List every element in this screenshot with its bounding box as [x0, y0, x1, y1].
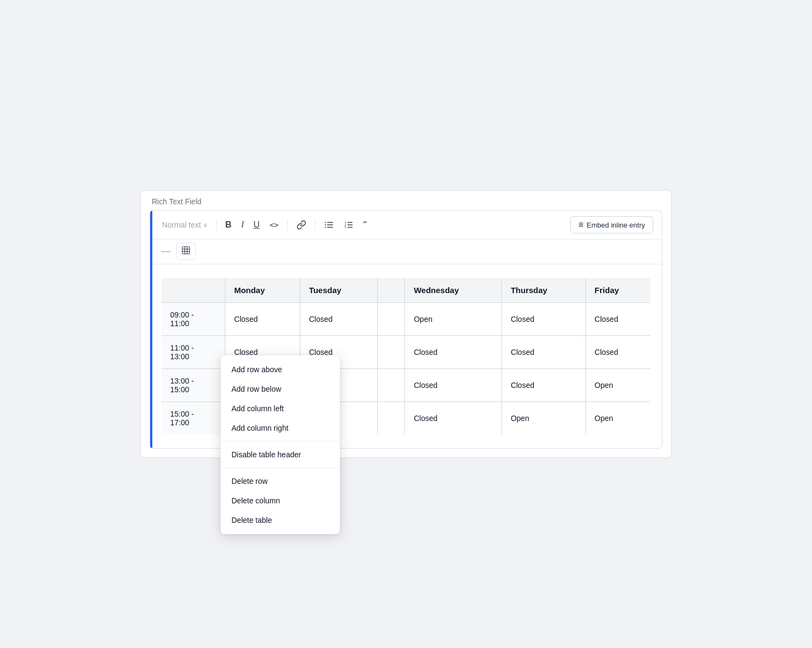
context-menu-delete-column[interactable]: Delete column — [221, 491, 340, 510]
context-menu-add-column-left[interactable]: Add column left — [221, 399, 340, 418]
col4-cell-4 — [377, 402, 405, 435]
editor-content: Monday Tuesday Wednesday Thursday Friday… — [150, 264, 662, 448]
svg-point-5 — [325, 226, 326, 228]
table-header-wednesday: Wednesday — [405, 278, 502, 303]
time-cell: 13:00 -15:00 — [162, 369, 225, 402]
table-header-empty — [162, 278, 225, 303]
wednesday-cell-3: Closed — [405, 369, 502, 402]
svg-rect-12 — [182, 247, 190, 254]
context-menu-separator-2 — [221, 468, 340, 468]
toolbar-row1: Normal text ∨ B I U <> — [150, 211, 662, 239]
toolbar-row2: — — [150, 239, 662, 264]
divider-2 — [287, 219, 288, 230]
code-button[interactable]: <> — [266, 218, 282, 231]
table-header-friday: Friday — [585, 278, 650, 303]
context-menu: Add row above Add row below Add column l… — [221, 355, 340, 534]
underline-button[interactable]: U — [250, 218, 263, 232]
context-menu-add-row-below[interactable]: Add row below — [221, 379, 340, 399]
friday-cell-4: Open — [585, 402, 650, 435]
insert-table-button[interactable] — [176, 243, 196, 260]
table-header-row: Monday Tuesday Wednesday Thursday Friday — [162, 278, 651, 303]
rich-text-field-container: Rich Text Field Normal text ∨ B I U <> — [140, 190, 672, 458]
rich-text-editor: Normal text ∨ B I U <> — [150, 210, 662, 449]
ordered-list-button[interactable]: 1 2 3 — [340, 218, 357, 232]
context-menu-separator-1 — [221, 441, 340, 442]
divider-1 — [216, 219, 217, 230]
friday-cell-3: Open — [585, 369, 650, 402]
time-cell: 09:00 -11:00 — [162, 303, 225, 336]
wednesday-cell-1: Open — [405, 303, 502, 336]
friday-cell-1: Closed — [585, 303, 650, 336]
thursday-cell-4: Open — [502, 402, 586, 435]
thursday-cell-2: Closed — [502, 336, 586, 369]
link-button[interactable] — [293, 218, 310, 232]
embed-icon: ≡ — [578, 220, 583, 230]
thursday-cell-3: Closed — [502, 369, 586, 402]
unordered-list-button[interactable] — [321, 218, 337, 232]
time-cell: 15:00 -17:00 — [162, 402, 225, 435]
table-header-col4 — [377, 278, 405, 303]
wednesday-cell-4: Closed — [405, 402, 502, 435]
svg-point-3 — [325, 222, 326, 223]
wednesday-cell-2: Closed — [405, 336, 502, 369]
context-menu-delete-table[interactable]: Delete table — [221, 510, 340, 530]
context-menu-add-column-right[interactable]: Add column right — [221, 418, 340, 438]
context-menu-disable-table-header[interactable]: Disable table header — [221, 445, 340, 464]
svg-text:3: 3 — [345, 225, 346, 229]
dash-icon: — — [159, 243, 173, 259]
context-menu-add-row-above[interactable]: Add row above — [221, 360, 340, 379]
col4-cell-3 — [377, 369, 405, 402]
chevron-down-icon: ∨ — [203, 222, 208, 229]
table-header-monday: Monday — [225, 278, 300, 303]
embed-inline-entry-button[interactable]: ≡ Embed inline entry — [570, 216, 653, 234]
table-row: 09:00 -11:00 Closed Closed Open Closed C… — [162, 303, 651, 336]
embed-label: Embed inline entry — [587, 221, 645, 229]
col4-cell-1 — [377, 303, 405, 336]
context-menu-delete-row[interactable]: Delete row — [221, 471, 340, 491]
divider-3 — [315, 219, 315, 230]
quote-button[interactable]: " — [360, 217, 370, 233]
tuesday-cell-1: Closed — [300, 303, 377, 336]
friday-cell-2: Closed — [585, 336, 650, 369]
svg-point-4 — [325, 224, 326, 225]
table-header-tuesday: Tuesday — [300, 278, 377, 303]
field-label: Rich Text Field — [141, 191, 671, 210]
time-cell: 11:00 -13:00 — [162, 336, 225, 369]
text-style-dropdown[interactable]: Normal text ∨ — [159, 218, 211, 231]
bold-button[interactable]: B — [222, 218, 235, 232]
table-header-thursday: Thursday — [502, 278, 586, 303]
col4-cell-2 — [377, 336, 405, 369]
thursday-cell-1: Closed — [502, 303, 586, 336]
text-style-label: Normal text — [162, 221, 201, 229]
monday-cell-1: Closed — [225, 303, 300, 336]
italic-button[interactable]: I — [238, 218, 247, 232]
